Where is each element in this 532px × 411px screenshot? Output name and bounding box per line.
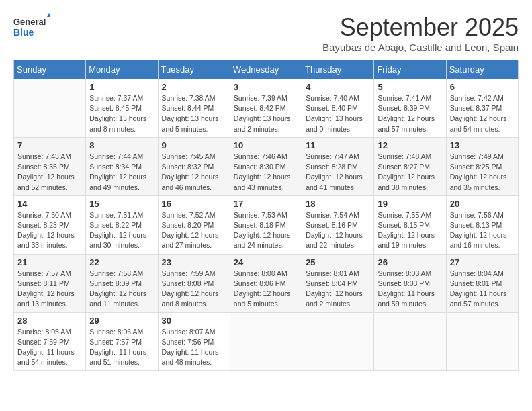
day-info: Sunrise: 7:37 AMSunset: 8:45 PMDaylight:… — [89, 93, 154, 134]
day-number: 26 — [378, 257, 442, 267]
calendar-cell: 6Sunrise: 7:42 AMSunset: 8:37 PMDaylight… — [446, 79, 518, 138]
day-number: 11 — [306, 140, 370, 150]
day-info: Sunrise: 7:57 AMSunset: 8:11 PMDaylight:… — [17, 269, 82, 310]
day-info: Sunrise: 7:51 AMSunset: 8:22 PMDaylight:… — [89, 210, 154, 251]
day-number: 19 — [378, 199, 442, 209]
weekday-header-thursday: Thursday — [302, 60, 374, 79]
day-number: 3 — [234, 82, 298, 92]
day-info: Sunrise: 7:41 AMSunset: 8:39 PMDaylight:… — [378, 93, 442, 134]
calendar-cell: 29Sunrise: 8:06 AMSunset: 7:57 PMDayligh… — [86, 312, 158, 371]
day-number: 12 — [378, 140, 442, 150]
day-number: 6 — [450, 82, 515, 92]
day-number: 14 — [17, 199, 82, 209]
day-info: Sunrise: 7:39 AMSunset: 8:42 PMDaylight:… — [234, 93, 298, 134]
day-number: 9 — [162, 140, 226, 150]
day-number: 15 — [89, 199, 154, 209]
calendar-cell: 22Sunrise: 7:58 AMSunset: 8:09 PMDayligh… — [86, 254, 158, 312]
calendar-cell: 20Sunrise: 7:56 AMSunset: 8:13 PMDayligh… — [446, 195, 518, 254]
month-title: September 2025 — [322, 13, 519, 42]
day-info: Sunrise: 8:06 AMSunset: 7:57 PMDaylight:… — [89, 327, 154, 368]
calendar-cell: 14Sunrise: 7:50 AMSunset: 8:23 PMDayligh… — [14, 195, 86, 254]
weekday-header-friday: Friday — [374, 60, 446, 79]
day-number: 5 — [378, 82, 442, 92]
day-number: 29 — [89, 316, 154, 326]
calendar-cell: 9Sunrise: 7:45 AMSunset: 8:32 PMDaylight… — [158, 137, 230, 195]
calendar-cell: 12Sunrise: 7:48 AMSunset: 8:27 PMDayligh… — [374, 137, 446, 195]
calendar-cell — [230, 312, 302, 371]
day-info: Sunrise: 7:49 AMSunset: 8:25 PMDaylight:… — [450, 152, 515, 193]
day-number: 24 — [234, 257, 298, 267]
day-number: 1 — [89, 82, 154, 92]
calendar-cell: 25Sunrise: 8:01 AMSunset: 8:04 PMDayligh… — [302, 254, 374, 312]
day-number: 8 — [89, 140, 154, 150]
title-block: September 2025 Bayubas de Abajo, Castill… — [322, 13, 519, 53]
day-number: 30 — [162, 316, 226, 326]
weekday-header-tuesday: Tuesday — [158, 60, 230, 79]
calendar-cell: 17Sunrise: 7:53 AMSunset: 8:18 PMDayligh… — [230, 195, 302, 254]
day-info: Sunrise: 7:45 AMSunset: 8:32 PMDaylight:… — [162, 152, 226, 193]
day-info: Sunrise: 8:01 AMSunset: 8:04 PMDaylight:… — [306, 269, 370, 310]
location-subtitle: Bayubas de Abajo, Castille and Leon, Spa… — [322, 42, 519, 53]
calendar-cell — [14, 79, 86, 138]
svg-text:Blue: Blue — [13, 27, 34, 38]
calendar-cell: 7Sunrise: 7:43 AMSunset: 8:35 PMDaylight… — [14, 137, 86, 195]
calendar-cell: 18Sunrise: 7:54 AMSunset: 8:16 PMDayligh… — [302, 195, 374, 254]
calendar-cell: 5Sunrise: 7:41 AMSunset: 8:39 PMDaylight… — [374, 79, 446, 138]
day-number: 2 — [162, 82, 226, 92]
day-info: Sunrise: 7:40 AMSunset: 8:40 PMDaylight:… — [306, 93, 370, 134]
day-info: Sunrise: 7:58 AMSunset: 8:09 PMDaylight:… — [89, 269, 154, 310]
day-number: 25 — [306, 257, 370, 267]
day-info: Sunrise: 8:07 AMSunset: 7:56 PMDaylight:… — [162, 327, 226, 368]
calendar-cell: 19Sunrise: 7:55 AMSunset: 8:15 PMDayligh… — [374, 195, 446, 254]
page-header: General Blue September 2025 Bayubas de A… — [13, 13, 519, 53]
day-info: Sunrise: 7:50 AMSunset: 8:23 PMDaylight:… — [17, 210, 82, 251]
day-info: Sunrise: 7:38 AMSunset: 8:44 PMDaylight:… — [162, 93, 226, 134]
day-info: Sunrise: 7:42 AMSunset: 8:37 PMDaylight:… — [450, 93, 515, 134]
calendar-cell: 15Sunrise: 7:51 AMSunset: 8:22 PMDayligh… — [86, 195, 158, 254]
weekday-header-monday: Monday — [86, 60, 158, 79]
calendar-cell: 30Sunrise: 8:07 AMSunset: 7:56 PMDayligh… — [158, 312, 230, 371]
calendar-table: SundayMondayTuesdayWednesdayThursdayFrid… — [13, 60, 519, 371]
day-info: Sunrise: 7:43 AMSunset: 8:35 PMDaylight:… — [17, 152, 82, 193]
logo: General Blue — [13, 13, 50, 40]
day-number: 10 — [234, 140, 298, 150]
day-number: 20 — [450, 199, 515, 209]
day-info: Sunrise: 8:03 AMSunset: 8:03 PMDaylight:… — [378, 269, 442, 310]
day-info: Sunrise: 8:04 AMSunset: 8:01 PMDaylight:… — [450, 269, 515, 310]
calendar-cell: 3Sunrise: 7:39 AMSunset: 8:42 PMDaylight… — [230, 79, 302, 138]
weekday-header-saturday: Saturday — [446, 60, 518, 79]
day-info: Sunrise: 7:44 AMSunset: 8:34 PMDaylight:… — [89, 152, 154, 193]
day-number: 7 — [17, 140, 82, 150]
day-info: Sunrise: 7:47 AMSunset: 8:28 PMDaylight:… — [306, 152, 370, 193]
day-info: Sunrise: 7:54 AMSunset: 8:16 PMDaylight:… — [306, 210, 370, 251]
day-number: 27 — [450, 257, 515, 267]
day-info: Sunrise: 7:55 AMSunset: 8:15 PMDaylight:… — [378, 210, 442, 251]
day-info: Sunrise: 7:52 AMSunset: 8:20 PMDaylight:… — [162, 210, 226, 251]
day-info: Sunrise: 7:53 AMSunset: 8:18 PMDaylight:… — [234, 210, 298, 251]
calendar-cell: 16Sunrise: 7:52 AMSunset: 8:20 PMDayligh… — [158, 195, 230, 254]
day-info: Sunrise: 8:05 AMSunset: 7:59 PMDaylight:… — [17, 327, 82, 368]
calendar-cell — [302, 312, 374, 371]
svg-marker-2 — [47, 13, 50, 17]
calendar-cell: 23Sunrise: 7:59 AMSunset: 8:08 PMDayligh… — [158, 254, 230, 312]
day-number: 16 — [162, 199, 226, 209]
day-number: 21 — [17, 257, 82, 267]
day-number: 4 — [306, 82, 370, 92]
calendar-cell: 27Sunrise: 8:04 AMSunset: 8:01 PMDayligh… — [446, 254, 518, 312]
svg-text:General: General — [13, 17, 46, 27]
day-number: 28 — [17, 316, 82, 326]
day-info: Sunrise: 7:59 AMSunset: 8:08 PMDaylight:… — [162, 269, 226, 310]
day-info: Sunrise: 8:00 AMSunset: 8:06 PMDaylight:… — [234, 269, 298, 310]
calendar-cell: 4Sunrise: 7:40 AMSunset: 8:40 PMDaylight… — [302, 79, 374, 138]
day-number: 17 — [234, 199, 298, 209]
day-number: 18 — [306, 199, 370, 209]
calendar-cell — [446, 312, 518, 371]
calendar-cell: 26Sunrise: 8:03 AMSunset: 8:03 PMDayligh… — [374, 254, 446, 312]
weekday-header-wednesday: Wednesday — [230, 60, 302, 79]
day-info: Sunrise: 7:56 AMSunset: 8:13 PMDaylight:… — [450, 210, 515, 251]
calendar-cell: 10Sunrise: 7:46 AMSunset: 8:30 PMDayligh… — [230, 137, 302, 195]
weekday-header-sunday: Sunday — [14, 60, 86, 79]
calendar-cell: 8Sunrise: 7:44 AMSunset: 8:34 PMDaylight… — [86, 137, 158, 195]
calendar-cell: 2Sunrise: 7:38 AMSunset: 8:44 PMDaylight… — [158, 79, 230, 138]
day-number: 22 — [89, 257, 154, 267]
